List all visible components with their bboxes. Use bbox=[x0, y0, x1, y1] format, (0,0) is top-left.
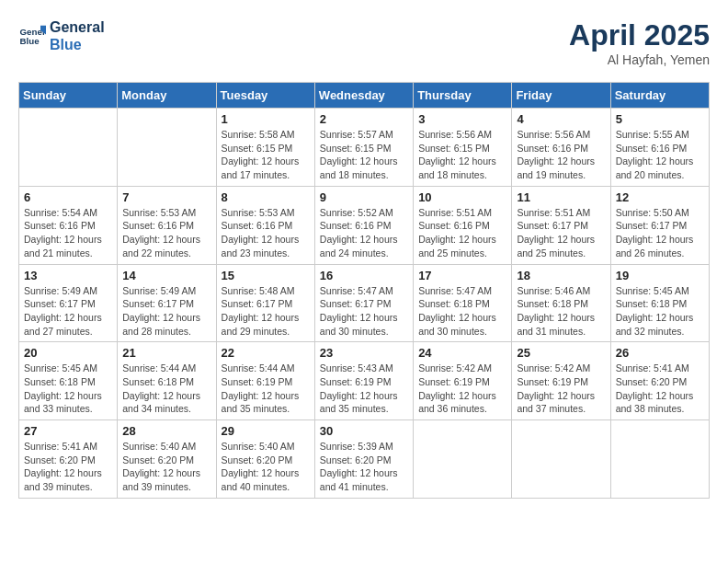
calendar-cell: 28Sunrise: 5:40 AMSunset: 6:20 PMDayligh… bbox=[118, 420, 216, 499]
week-row-2: 6Sunrise: 5:54 AMSunset: 6:16 PMDaylight… bbox=[19, 186, 710, 264]
calendar-cell: 12Sunrise: 5:50 AMSunset: 6:17 PMDayligh… bbox=[610, 186, 709, 264]
calendar-cell: 8Sunrise: 5:53 AMSunset: 6:16 PMDaylight… bbox=[216, 186, 314, 264]
day-info: Sunrise: 5:57 AMSunset: 6:15 PMDaylight:… bbox=[320, 128, 408, 182]
calendar-cell bbox=[118, 109, 216, 187]
day-info: Sunrise: 5:39 AMSunset: 6:20 PMDaylight:… bbox=[320, 440, 408, 494]
day-number: 17 bbox=[418, 269, 506, 282]
day-number: 20 bbox=[24, 346, 112, 360]
calendar-cell: 15Sunrise: 5:48 AMSunset: 6:17 PMDayligh… bbox=[216, 264, 314, 342]
week-row-1: 1Sunrise: 5:58 AMSunset: 6:15 PMDaylight… bbox=[19, 109, 710, 187]
day-info: Sunrise: 5:44 AMSunset: 6:18 PMDaylight:… bbox=[122, 362, 210, 416]
day-number: 9 bbox=[320, 190, 408, 204]
weekday-header-monday: Monday bbox=[118, 83, 216, 109]
day-info: Sunrise: 5:56 AMSunset: 6:16 PMDaylight:… bbox=[517, 128, 605, 182]
day-info: Sunrise: 5:58 AMSunset: 6:15 PMDaylight:… bbox=[222, 128, 310, 182]
calendar-cell: 5Sunrise: 5:55 AMSunset: 6:16 PMDaylight… bbox=[610, 109, 709, 187]
weekday-header-tuesday: Tuesday bbox=[216, 83, 314, 109]
day-number: 5 bbox=[616, 112, 704, 126]
calendar-cell: 9Sunrise: 5:52 AMSunset: 6:16 PMDaylight… bbox=[314, 186, 413, 264]
calendar-cell: 19Sunrise: 5:45 AMSunset: 6:18 PMDayligh… bbox=[610, 264, 709, 342]
day-number: 2 bbox=[320, 112, 408, 126]
day-number: 8 bbox=[222, 190, 310, 204]
week-row-5: 27Sunrise: 5:41 AMSunset: 6:20 PMDayligh… bbox=[19, 420, 710, 499]
day-number: 27 bbox=[24, 424, 112, 438]
logo-line2: Blue bbox=[50, 36, 105, 53]
calendar-cell: 24Sunrise: 5:42 AMSunset: 6:19 PMDayligh… bbox=[414, 342, 512, 420]
calendar-cell: 22Sunrise: 5:44 AMSunset: 6:19 PMDayligh… bbox=[216, 342, 314, 420]
day-info: Sunrise: 5:43 AMSunset: 6:19 PMDaylight:… bbox=[320, 362, 408, 416]
calendar-cell: 3Sunrise: 5:56 AMSunset: 6:15 PMDaylight… bbox=[414, 109, 512, 187]
calendar-cell: 11Sunrise: 5:51 AMSunset: 6:17 PMDayligh… bbox=[512, 186, 610, 264]
calendar-cell: 13Sunrise: 5:49 AMSunset: 6:17 PMDayligh… bbox=[19, 264, 118, 342]
calendar-cell: 29Sunrise: 5:40 AMSunset: 6:20 PMDayligh… bbox=[216, 420, 314, 499]
day-info: Sunrise: 5:41 AMSunset: 6:20 PMDaylight:… bbox=[616, 362, 704, 416]
day-number: 15 bbox=[222, 269, 310, 282]
calendar-cell bbox=[414, 420, 512, 499]
day-number: 14 bbox=[122, 269, 210, 282]
day-number: 3 bbox=[418, 112, 506, 126]
day-number: 29 bbox=[222, 424, 310, 438]
day-number: 21 bbox=[122, 346, 210, 360]
week-row-3: 13Sunrise: 5:49 AMSunset: 6:17 PMDayligh… bbox=[19, 264, 710, 342]
day-number: 28 bbox=[122, 424, 210, 438]
day-info: Sunrise: 5:41 AMSunset: 6:20 PMDaylight:… bbox=[24, 440, 112, 494]
day-info: Sunrise: 5:42 AMSunset: 6:19 PMDaylight:… bbox=[517, 362, 605, 416]
day-number: 19 bbox=[616, 269, 704, 282]
header: General Blue General Blue April 2025 Al … bbox=[18, 18, 710, 67]
day-number: 23 bbox=[320, 346, 408, 360]
calendar-cell bbox=[19, 109, 118, 187]
weekday-header-row: SundayMondayTuesdayWednesdayThursdayFrid… bbox=[19, 83, 710, 109]
weekday-header-friday: Friday bbox=[512, 83, 610, 109]
day-info: Sunrise: 5:53 AMSunset: 6:16 PMDaylight:… bbox=[122, 206, 210, 260]
day-info: Sunrise: 5:49 AMSunset: 6:17 PMDaylight:… bbox=[24, 284, 112, 339]
calendar-cell: 2Sunrise: 5:57 AMSunset: 6:15 PMDaylight… bbox=[314, 109, 413, 187]
calendar-cell: 25Sunrise: 5:42 AMSunset: 6:19 PMDayligh… bbox=[512, 342, 610, 420]
calendar-cell: 18Sunrise: 5:46 AMSunset: 6:18 PMDayligh… bbox=[512, 264, 610, 342]
calendar-cell: 1Sunrise: 5:58 AMSunset: 6:15 PMDaylight… bbox=[216, 109, 314, 187]
day-number: 26 bbox=[616, 346, 704, 360]
day-info: Sunrise: 5:51 AMSunset: 6:17 PMDaylight:… bbox=[517, 206, 605, 260]
day-info: Sunrise: 5:40 AMSunset: 6:20 PMDaylight:… bbox=[122, 440, 210, 494]
logo: General Blue General Blue bbox=[18, 18, 105, 53]
day-info: Sunrise: 5:46 AMSunset: 6:18 PMDaylight:… bbox=[517, 284, 605, 339]
calendar-cell: 27Sunrise: 5:41 AMSunset: 6:20 PMDayligh… bbox=[19, 420, 118, 499]
calendar-cell: 4Sunrise: 5:56 AMSunset: 6:16 PMDaylight… bbox=[512, 109, 610, 187]
calendar-cell: 16Sunrise: 5:47 AMSunset: 6:17 PMDayligh… bbox=[314, 264, 413, 342]
calendar-cell: 26Sunrise: 5:41 AMSunset: 6:20 PMDayligh… bbox=[610, 342, 709, 420]
day-info: Sunrise: 5:49 AMSunset: 6:17 PMDaylight:… bbox=[122, 284, 210, 339]
weekday-header-saturday: Saturday bbox=[610, 83, 709, 109]
day-number: 10 bbox=[418, 190, 506, 204]
week-row-4: 20Sunrise: 5:45 AMSunset: 6:18 PMDayligh… bbox=[19, 342, 710, 420]
day-number: 12 bbox=[616, 190, 704, 204]
title-area: April 2025 Al Hayfah, Yemen bbox=[569, 18, 710, 67]
weekday-header-wednesday: Wednesday bbox=[314, 83, 413, 109]
day-number: 4 bbox=[517, 112, 605, 126]
weekday-header-sunday: Sunday bbox=[19, 83, 118, 109]
day-info: Sunrise: 5:47 AMSunset: 6:18 PMDaylight:… bbox=[418, 284, 506, 339]
calendar-cell: 7Sunrise: 5:53 AMSunset: 6:16 PMDaylight… bbox=[118, 186, 216, 264]
day-number: 30 bbox=[320, 424, 408, 438]
calendar-cell: 21Sunrise: 5:44 AMSunset: 6:18 PMDayligh… bbox=[118, 342, 216, 420]
day-number: 24 bbox=[418, 346, 506, 360]
day-info: Sunrise: 5:44 AMSunset: 6:19 PMDaylight:… bbox=[222, 362, 310, 416]
day-info: Sunrise: 5:42 AMSunset: 6:19 PMDaylight:… bbox=[418, 362, 506, 416]
day-number: 7 bbox=[122, 190, 210, 204]
day-info: Sunrise: 5:40 AMSunset: 6:20 PMDaylight:… bbox=[222, 440, 310, 494]
day-number: 13 bbox=[24, 269, 112, 282]
day-number: 1 bbox=[222, 112, 310, 126]
calendar-cell bbox=[610, 420, 709, 499]
calendar-cell: 6Sunrise: 5:54 AMSunset: 6:16 PMDaylight… bbox=[19, 186, 118, 264]
svg-text:Blue: Blue bbox=[20, 36, 40, 46]
calendar-table: SundayMondayTuesdayWednesdayThursdayFrid… bbox=[18, 82, 710, 499]
day-info: Sunrise: 5:51 AMSunset: 6:16 PMDaylight:… bbox=[418, 206, 506, 260]
calendar-cell: 23Sunrise: 5:43 AMSunset: 6:19 PMDayligh… bbox=[314, 342, 413, 420]
location-subtitle: Al Hayfah, Yemen bbox=[569, 52, 710, 67]
day-info: Sunrise: 5:55 AMSunset: 6:16 PMDaylight:… bbox=[616, 128, 704, 182]
logo-line1: General bbox=[50, 18, 105, 36]
calendar-cell: 20Sunrise: 5:45 AMSunset: 6:18 PMDayligh… bbox=[19, 342, 118, 420]
month-title: April 2025 bbox=[569, 18, 710, 52]
day-info: Sunrise: 5:48 AMSunset: 6:17 PMDaylight:… bbox=[222, 284, 310, 339]
day-number: 25 bbox=[517, 346, 605, 360]
day-number: 6 bbox=[24, 190, 112, 204]
day-info: Sunrise: 5:50 AMSunset: 6:17 PMDaylight:… bbox=[616, 206, 704, 260]
